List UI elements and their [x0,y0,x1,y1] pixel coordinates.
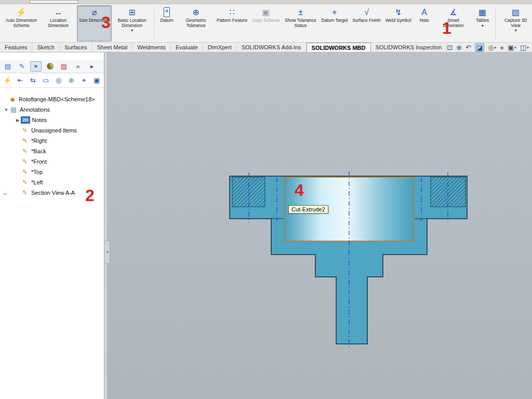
tree-item-notes[interactable]: ▶2DNotes [0,115,104,125]
tree-item-front[interactable]: ✎*Front [0,156,104,167]
tree-item-top[interactable]: ✎*Top [0,167,104,177]
dimxpertmanager-tab[interactable]: ⌖ [30,61,42,72]
graphics-area[interactable]: Cut-Extrude2 [108,52,532,399]
right-icon: ✎ [21,137,29,145]
ribbon-button-datum[interactable]: ADatum [156,5,177,42]
ribbon-button-label: Note [416,18,433,23]
ribbon-button-label: Location Dimension [42,18,74,28]
solidworks-window: ⚡Auto Dimension Scheme↔Location Dimensio… [0,0,532,399]
show-tolerance-status-icon: ± [298,7,303,17]
tab-dimxpert[interactable]: DimXpert [203,43,237,52]
cam-manager-tab[interactable]: ▨ [58,61,70,72]
tab-features[interactable]: Features [0,43,32,52]
copy-annotation[interactable]: ▭ [42,76,50,85]
propertymanager-tab[interactable]: ✎ [16,61,28,72]
current-item-arrow-icon: → [1,189,8,197]
ribbon-button-datum-target[interactable]: ⌖Datum Target [320,5,350,42]
scene-icon[interactable]: ▣▾ [508,44,516,51]
tree-item-label: *Front [31,158,47,165]
tab-sheet-metal[interactable]: Sheet Metal [92,43,132,52]
ribbon-button-tables[interactable]: ▦Tables▾ [472,5,493,42]
ribbon-button-pattern-feature[interactable]: ∷Pattern Feature [215,5,249,42]
tree-item-right[interactable]: ✎*Right [0,136,104,146]
capture-3d-view-icon: ▧ [512,7,520,17]
featuremanager-tab-icon: ▤ [5,62,11,70]
tree-expander-icon[interactable]: ▶ [15,118,21,123]
zoom-to-fit-icon[interactable]: ⊡ [447,44,453,51]
section-view-headsup-icon[interactable]: ◪ [475,43,484,52]
tree-item-annotations[interactable]: ▼▤Annotations [0,104,104,115]
zoom-to-fit-icon: ⊡ [447,44,453,51]
ribbon: ⚡Auto Dimension Scheme↔Location Dimensio… [0,4,532,43]
pane-overflow[interactable]: ▸ [86,61,98,72]
dimxpert-toolbar: ⚡⇤⇆▭◎⊕⌖▣ [0,73,104,88]
edit-appearance-icon: ● [500,44,504,51]
tab-solidworks-mbd[interactable]: SOLIDWORKS MBD [307,43,371,52]
collapse-pane[interactable]: « [72,61,84,72]
ribbon-button-basic-location-dimension[interactable]: ⊞Basic Location Dimension▾ [112,5,152,42]
flatten-tree-icon: ⇤ [18,76,23,84]
smart-dimension-icon: ∡ [449,7,457,17]
flatten-tree[interactable]: ⇤ [16,76,24,85]
tab-solidworks-inspection[interactable]: SOLIDWORKS Inspection [371,43,447,52]
annotations-icon: ▤ [9,105,18,114]
panel-collapse-handle[interactable]: ◂ [105,240,110,264]
ribbon-button-surface-finish[interactable]: √Surface Finish [350,5,382,42]
manager-tabs: ▤✎⌖▨«▸ [0,60,104,73]
zoom-to-area-icon[interactable]: ⊕ [456,44,462,51]
tree-item-label: Unassigned Items [31,127,77,134]
tab-surfaces[interactable]: Surfaces [60,43,92,52]
hide-show-items-icon[interactable]: ◎▾ [488,44,496,51]
ribbon-button-capture-3d-view[interactable]: ▧Capture 3D View▾ [498,5,532,42]
ribbon-button-label: Show Tolerance Status [285,18,317,28]
dropdown-caret-icon[interactable]: ▾ [514,44,516,51]
annotation-filter[interactable]: ⚡ [3,76,11,85]
displaymanager-tab[interactable] [44,61,56,72]
note-icon: A [421,7,427,17]
dropdown-caret-icon[interactable]: ▾ [527,44,529,51]
show-annotations[interactable]: ◎ [55,76,63,85]
tree-expander-icon[interactable]: ▼ [3,108,9,112]
cam-manager-tab-icon: ▨ [61,62,67,70]
tree-item-label: Rotoflange-MBD<Scheme18> [19,96,95,102]
copy-annotation-icon: ▭ [43,76,49,84]
tab-weldments[interactable]: Weldments [132,43,171,52]
dropdown-caret-icon[interactable]: ▾ [131,29,133,33]
tab-sketch[interactable]: Sketch [32,43,60,52]
ribbon-button-auto-dimension-scheme[interactable]: ⚡Auto Dimension Scheme [3,5,39,42]
size-dimension-icon: ⌀ [92,7,97,17]
ribbon-button-label: Weld Symbol [385,18,411,23]
reorder-annotations-icon: ⇆ [30,76,36,84]
ribbon-button-smart-dimension[interactable]: ∡Smart Dimension [435,5,472,42]
dropdown-caret-icon[interactable]: ▾ [515,29,517,33]
datum-target-tool[interactable]: ⌖ [80,76,88,85]
ribbon-button-weld-symbol[interactable]: ↯Weld Symbol [383,5,414,42]
dropdown-caret-icon[interactable]: ▾ [482,24,484,28]
ribbon-button-location-dimension[interactable]: ↔Location Dimension [40,5,76,42]
ribbon-separator [495,7,496,40]
tree-item-back[interactable]: ✎*Back [0,146,104,156]
part-section-view[interactable] [108,52,531,399]
previous-view-icon[interactable]: ↶ [466,44,471,51]
ribbon-button-label: Surface Finish [352,18,380,23]
datum-target-tool-icon: ⌖ [82,76,86,85]
tooltip-cut-extrude2: Cut-Extrude2 [288,205,328,214]
ribbon-button-note[interactable]: ANote [414,5,435,42]
ribbon-button-show-tolerance-status[interactable]: ±Show Tolerance Status [283,5,319,42]
featuremanager-tab[interactable]: ▤ [2,61,14,72]
tab-solidworks-add-ins[interactable]: SOLIDWORKS Add-Ins [237,43,307,52]
view-orientation-icon[interactable]: ◫▾ [520,44,529,51]
tree-item-unassigned-items[interactable]: ✎Unassigned Items [0,125,104,136]
ribbon-button-geometric-tolerance[interactable]: ⊕Geometric Tolerance [178,5,214,42]
combine-dimensions[interactable]: ⊕ [67,76,75,85]
dropdown-caret-icon[interactable]: ▾ [495,44,497,51]
tree-item-label: Notes [32,117,47,123]
zoom-to-area-icon: ⊕ [456,44,462,51]
tree-display-options[interactable]: ▣ [92,76,101,85]
feature-manager-panel: ▤✎⌖▨«▸ ⚡⇤⇆▭◎⊕⌖▣ ◆Rotoflange-MBD<Scheme18… [0,52,104,399]
reorder-annotations[interactable]: ⇆ [29,76,37,85]
tree-item-rotoflange-mbd-scheme18[interactable]: ◆Rotoflange-MBD<Scheme18> [0,94,104,104]
tables-icon: ▦ [478,7,486,17]
edit-appearance-icon[interactable]: ● [500,44,504,51]
tab-evaluate[interactable]: Evaluate [171,43,203,52]
